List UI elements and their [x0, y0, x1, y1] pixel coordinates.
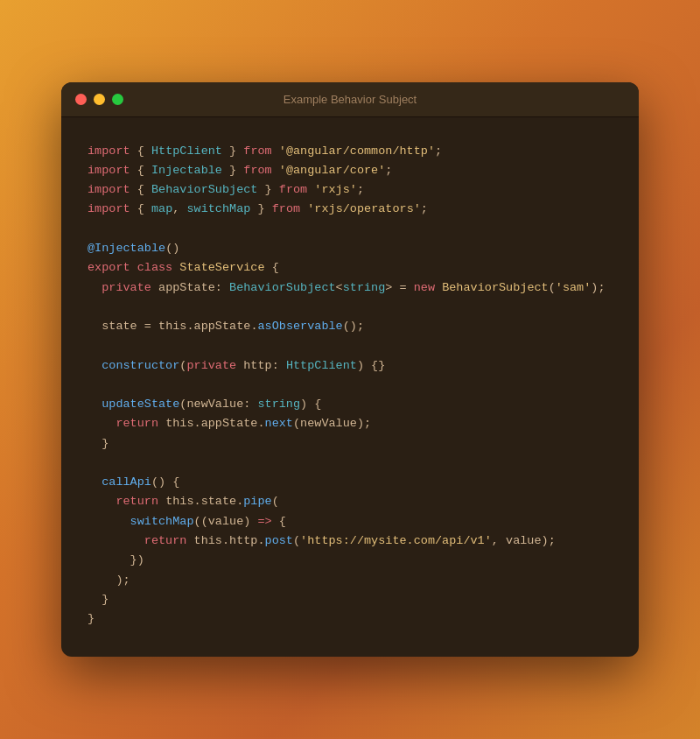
code-line-9: constructor(private http: HttpClient) {}	[88, 356, 612, 376]
code-line-4: import { map, switchMap } from 'rxjs/ope…	[88, 200, 612, 219]
code-line-3: import { BehaviorSubject } from 'rxjs';	[88, 180, 612, 200]
code-line-blank-2	[88, 298, 612, 317]
minimize-button[interactable]	[94, 94, 105, 105]
code-line-2: import { Injectable } from '@angular/cor…	[88, 161, 612, 180]
code-window: Example Behavior Subject import { HttpCl…	[61, 82, 639, 658]
code-line-1: import { HttpClient } from '@angular/com…	[88, 142, 612, 161]
code-line-16: return this.http.post('https://mysite.co…	[88, 531, 612, 551]
code-line-15: switchMap((value) => {	[88, 512, 612, 531]
code-line-8: state = this.appState.asObservable();	[88, 317, 612, 336]
code-line-11: return this.appState.next(newValue);	[88, 414, 612, 433]
code-line-17: })	[88, 551, 612, 570]
code-line-20: }	[88, 609, 612, 629]
window-title: Example Behavior Subject	[284, 93, 416, 106]
titlebar: Example Behavior Subject	[61, 82, 639, 117]
code-line-6: export class StateService {	[88, 258, 612, 278]
code-line-7: private appState: BehaviorSubject<string…	[88, 278, 612, 298]
code-editor: import { HttpClient } from '@angular/com…	[61, 117, 639, 658]
code-line-blank-3	[88, 336, 612, 355]
code-line-14: return this.state.pipe(	[88, 492, 612, 511]
code-line-12: }	[88, 434, 612, 454]
traffic-lights	[75, 94, 123, 105]
code-line-5: @Injectable()	[88, 239, 612, 258]
maximize-button[interactable]	[112, 94, 123, 105]
code-line-blank-1	[88, 220, 612, 239]
code-line-19: }	[88, 590, 612, 609]
close-button[interactable]	[75, 94, 87, 105]
code-line-13: callApi() {	[88, 473, 612, 492]
code-line-10: updateState(newValue: string) {	[88, 395, 612, 414]
code-line-blank-5	[88, 454, 612, 473]
code-line-blank-4	[88, 376, 612, 395]
code-line-18: );	[88, 571, 612, 590]
